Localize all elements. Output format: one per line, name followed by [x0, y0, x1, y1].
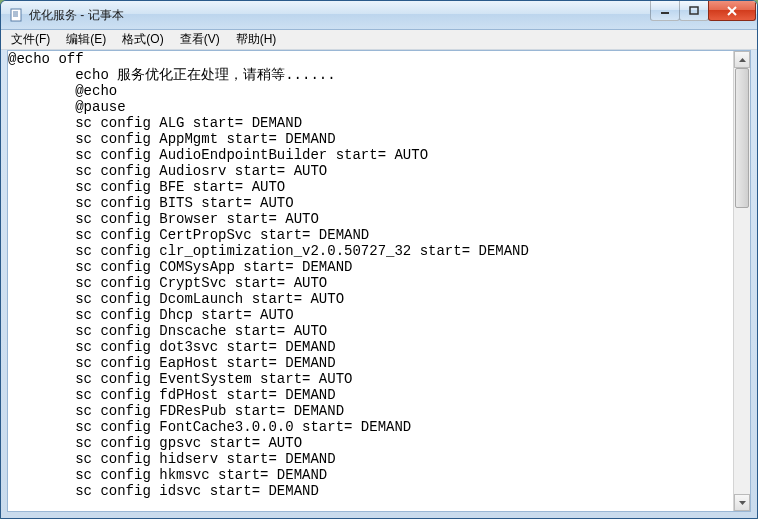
scroll-down-button[interactable] — [734, 494, 750, 511]
close-button[interactable] — [708, 1, 756, 21]
app-icon — [9, 7, 25, 23]
maximize-button[interactable] — [679, 1, 709, 21]
menu-help[interactable]: 帮助(H) — [228, 30, 285, 49]
menu-file[interactable]: 文件(F) — [3, 30, 58, 49]
svg-rect-5 — [690, 7, 698, 14]
scroll-thumb[interactable] — [735, 68, 749, 208]
content-area: @echo off echo 服务优化正在处理，请稍等...... @echo … — [7, 50, 751, 512]
vertical-scrollbar[interactable] — [733, 51, 750, 511]
svg-rect-0 — [11, 9, 21, 21]
menubar: 文件(F) 编辑(E) 格式(O) 查看(V) 帮助(H) — [1, 30, 757, 50]
window-controls — [651, 1, 756, 29]
svg-marker-9 — [739, 501, 746, 505]
scroll-track[interactable] — [734, 68, 750, 494]
menu-format[interactable]: 格式(O) — [114, 30, 171, 49]
titlebar[interactable]: 优化服务 - 记事本 — [1, 1, 757, 30]
notepad-window: 优化服务 - 记事本 文件(F) 编辑(E) 格式(O) 查看(V) 帮助(H)… — [0, 0, 758, 519]
menu-edit[interactable]: 编辑(E) — [58, 30, 114, 49]
minimize-button[interactable] — [650, 1, 680, 21]
window-title: 优化服务 - 记事本 — [29, 7, 651, 24]
svg-marker-8 — [739, 58, 746, 62]
text-editor[interactable]: @echo off echo 服务优化正在处理，请稍等...... @echo … — [8, 51, 733, 511]
menu-view[interactable]: 查看(V) — [172, 30, 228, 49]
scroll-up-button[interactable] — [734, 51, 750, 68]
